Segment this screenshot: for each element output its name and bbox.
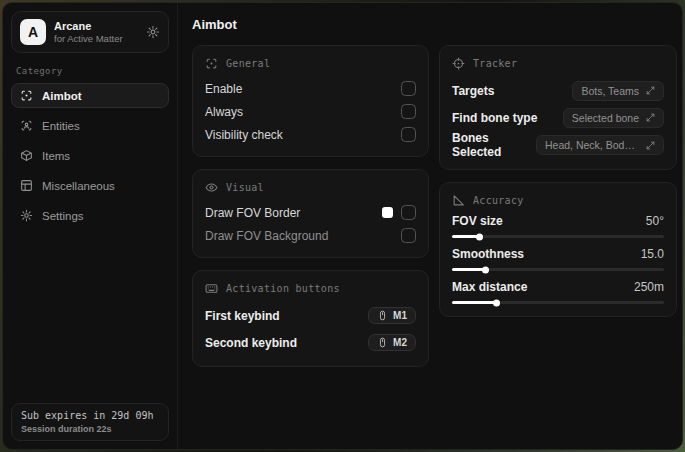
setting-row-draw-fov-background: Draw FOV Background — [205, 224, 416, 247]
eye-icon — [205, 181, 218, 194]
brand-subtitle: for Active Matter — [54, 33, 123, 44]
tracker-card-header: Tracker — [452, 57, 664, 70]
slider-value: 15.0 — [641, 247, 664, 261]
fov-size-slider[interactable] — [452, 235, 664, 238]
setting-row-find-bone-type: Find bone type Selected bone — [452, 104, 664, 131]
card-title: General — [226, 58, 270, 69]
always-checkbox[interactable] — [401, 104, 416, 119]
setting-row-enable: Enable — [205, 77, 416, 100]
sidebar-item-label: Settings — [42, 210, 84, 222]
angle-icon — [452, 194, 465, 207]
fov-size-slider-group: FOV size 50° — [452, 214, 664, 238]
main-panel: Aimbot General Enable Always — [178, 3, 682, 449]
sidebar-item-miscellaneous[interactable]: Miscellaneous — [11, 173, 169, 198]
sidebar-item-entities[interactable]: Entities — [11, 113, 169, 138]
setting-label: Draw FOV Border — [205, 206, 300, 220]
card-title: Activation buttons — [226, 283, 340, 294]
slider-label: FOV size — [452, 214, 503, 228]
tracker-card: Tracker Targets Bots, Teams Find bone ty… — [439, 45, 677, 170]
brand-text: Arcane for Active Matter — [54, 20, 123, 44]
person-scan-icon — [20, 119, 33, 132]
right-column: Tracker Targets Bots, Teams Find bone ty… — [439, 45, 677, 317]
setting-label: Enable — [205, 82, 242, 96]
brand-logo: A — [20, 19, 46, 45]
slider-label: Smoothness — [452, 247, 524, 261]
gear-icon — [20, 209, 33, 222]
setting-label: Second keybind — [205, 336, 297, 350]
category-label: Category — [16, 66, 165, 76]
keybind-value: M2 — [393, 337, 407, 348]
sidebar-item-settings[interactable]: Settings — [11, 203, 169, 228]
slider-value: 250m — [634, 280, 664, 294]
sidebar-item-label: Items — [42, 150, 70, 162]
slider-handle[interactable] — [493, 299, 500, 306]
sidebar-item-label: Entities — [42, 120, 80, 132]
setting-label: Targets — [452, 84, 494, 98]
sidebar-item-aimbot[interactable]: Aimbot — [11, 83, 169, 108]
target-icon — [452, 57, 465, 70]
page-title: Aimbot — [192, 17, 668, 32]
gear-icon[interactable] — [146, 25, 160, 39]
max-distance-slider[interactable] — [452, 301, 664, 304]
visual-card: Visual Draw FOV Border Draw FOV Backgrou… — [192, 169, 429, 258]
enable-checkbox[interactable] — [401, 81, 416, 96]
second-keybind-button[interactable]: M2 — [368, 334, 416, 351]
smoothness-slider-group: Smoothness 15.0 — [452, 247, 664, 271]
sidebar-item-label: Aimbot — [42, 90, 82, 102]
slider-handle[interactable] — [476, 233, 483, 240]
crosshair-scan-icon — [20, 89, 33, 102]
app-window: A Arcane for Active Matter Category Aimb… — [2, 2, 683, 450]
keybind-value: M1 — [393, 310, 407, 321]
max-distance-slider-group: Max distance 250m — [452, 280, 664, 304]
setting-row-targets: Targets Bots, Teams — [452, 77, 664, 104]
visibility-check-checkbox[interactable] — [401, 127, 416, 142]
activation-card-header: Activation buttons — [205, 282, 416, 295]
card-title: Visual — [226, 182, 264, 193]
session-duration-text: Session duration 22s — [21, 424, 159, 434]
setting-label: Bones Selected — [452, 131, 536, 159]
draw-fov-border-checkbox[interactable] — [401, 205, 416, 220]
activation-buttons-card: Activation buttons First keybind M1 Seco… — [192, 270, 429, 367]
expand-icon — [646, 86, 655, 95]
visual-card-header: Visual — [205, 181, 416, 194]
left-column: General Enable Always Visibility check — [192, 45, 429, 367]
sub-expires-text: Sub expires in 29d 09h — [21, 410, 159, 421]
fov-border-color-swatch[interactable] — [382, 207, 393, 218]
slider-handle[interactable] — [482, 266, 489, 273]
expand-icon — [646, 141, 655, 150]
keyboard-icon — [205, 282, 218, 295]
smoothness-slider[interactable] — [452, 268, 664, 271]
sidebar-item-items[interactable]: Items — [11, 143, 169, 168]
dropdown-value: Head, Neck, Body, Pe.. — [545, 139, 639, 151]
expand-icon — [646, 113, 655, 122]
cube-icon — [20, 149, 33, 162]
card-title: Accuracy — [473, 195, 524, 206]
subscription-card: Sub expires in 29d 09h Session duration … — [11, 403, 169, 441]
dropdown-value: Selected bone — [572, 112, 639, 124]
slider-fill — [452, 235, 480, 238]
sidebar-item-label: Miscellaneous — [42, 180, 115, 192]
find-bone-type-dropdown[interactable]: Selected bone — [563, 108, 664, 128]
mouse-icon — [377, 310, 388, 321]
setting-row-first-keybind: First keybind M1 — [205, 302, 416, 329]
setting-row-bones-selected: Bones Selected Head, Neck, Body, Pe.. — [452, 131, 664, 159]
general-card: General Enable Always Visibility check — [192, 45, 429, 157]
general-card-header: General — [205, 57, 416, 70]
slider-label: Max distance — [452, 280, 527, 294]
targets-dropdown[interactable]: Bots, Teams — [572, 81, 664, 101]
setting-row-visibility-check: Visibility check — [205, 123, 416, 146]
crosshair-scan-icon — [205, 57, 218, 70]
card-title: Tracker — [473, 58, 517, 69]
setting-label: Visibility check — [205, 128, 283, 142]
sidebar: A Arcane for Active Matter Category Aimb… — [3, 3, 178, 449]
draw-fov-background-checkbox[interactable] — [401, 228, 416, 243]
setting-label: Draw FOV Background — [205, 229, 328, 243]
setting-label: Find bone type — [452, 111, 537, 125]
first-keybind-button[interactable]: M1 — [368, 307, 416, 324]
setting-row-second-keybind: Second keybind M2 — [205, 329, 416, 356]
bones-selected-dropdown[interactable]: Head, Neck, Body, Pe.. — [536, 135, 664, 155]
sidebar-nav: Aimbot Entities Items Miscellaneous Sett… — [11, 83, 169, 228]
setting-label: First keybind — [205, 309, 280, 323]
slider-fill — [452, 301, 497, 304]
setting-label: Always — [205, 105, 243, 119]
